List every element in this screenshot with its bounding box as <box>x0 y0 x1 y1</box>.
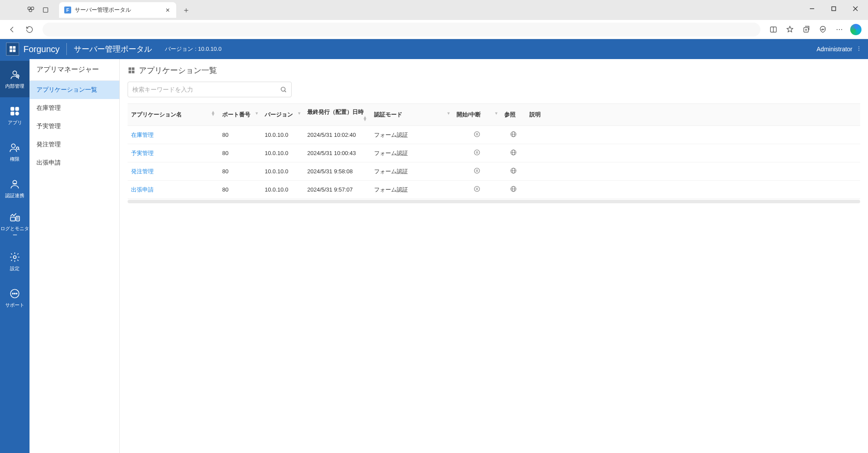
pause-icon[interactable] <box>473 132 480 139</box>
cell-description <box>526 181 860 199</box>
app-name-link[interactable]: 発注管理 <box>131 168 154 175</box>
svg-rect-19 <box>13 50 16 52</box>
window-close-icon[interactable] <box>845 2 865 16</box>
rail-label: ログとモニター <box>0 225 30 238</box>
nav-rail: 内部管理アプリ権限認証連携ログとモニター設定サポート <box>0 59 30 453</box>
pause-icon[interactable] <box>473 169 480 175</box>
cell-version: 10.0.10.0 <box>261 126 304 144</box>
svg-rect-44 <box>128 67 131 70</box>
filter-icon[interactable]: ▾ <box>298 111 300 116</box>
svg-rect-29 <box>10 112 14 116</box>
table-row: 予実管理8010.0.10.02024/5/31 10:00:43フォーム認証 <box>128 144 860 162</box>
user-menu-icon[interactable] <box>856 46 862 53</box>
filter-icon[interactable]: ▾ <box>447 111 450 116</box>
sort-icon[interactable]: ▲▼ <box>211 111 215 116</box>
current-user[interactable]: Administrator <box>817 46 852 53</box>
address-bar[interactable] <box>43 23 760 36</box>
cell-description <box>526 162 860 181</box>
app-name-link[interactable]: 予実管理 <box>131 150 154 156</box>
rail-item-log[interactable]: ログとモニター <box>0 207 30 243</box>
search-icon[interactable] <box>280 86 287 93</box>
rail-label: 設定 <box>10 265 20 272</box>
rail-label: 内部管理 <box>5 83 24 89</box>
sidebar-item-4[interactable]: 出張申請 <box>30 154 119 172</box>
cell-last-published: 2024/5/31 9:57:07 <box>304 181 371 199</box>
col-version[interactable]: バージョン▾ <box>261 104 304 126</box>
tab-close-icon[interactable]: ✕ <box>164 7 171 13</box>
rail-item-app[interactable]: アプリ <box>0 97 30 134</box>
svg-rect-46 <box>128 71 131 73</box>
cell-port: 80 <box>219 181 261 199</box>
svg-rect-18 <box>10 50 12 52</box>
sidebar-item-0[interactable]: アプリケーション一覧 <box>30 81 119 99</box>
sidebar-item-3[interactable]: 発注管理 <box>30 136 119 154</box>
page-title-text: アプリケーション一覧 <box>139 65 217 76</box>
cell-version: 10.0.10.0 <box>261 144 304 162</box>
svg-point-23 <box>13 71 17 75</box>
collections-icon[interactable] <box>799 22 814 37</box>
split-screen-icon[interactable] <box>766 22 781 37</box>
filter-icon[interactable]: ▾ <box>495 111 497 116</box>
cell-auth-mode: フォーム認証 <box>371 126 453 144</box>
svg-point-39 <box>13 255 16 258</box>
header-divider <box>66 43 67 55</box>
tab-strip: F サーバー管理ポータル ✕ ＋ <box>0 0 193 20</box>
search-box[interactable] <box>128 82 292 97</box>
rail-item-auth[interactable]: 認証連携 <box>0 170 30 207</box>
svg-point-14 <box>839 29 840 30</box>
tab-actions-icon[interactable] <box>38 3 53 17</box>
sidebar-item-1[interactable]: 在庫管理 <box>30 99 119 117</box>
svg-point-50 <box>474 132 480 137</box>
col-last-published[interactable]: 最終発行（配置）日時▲▼ <box>304 104 371 126</box>
search-input[interactable] <box>132 86 280 93</box>
side-nav-header: アプリマネージャー <box>30 59 119 81</box>
globe-icon[interactable] <box>510 132 517 139</box>
window-maximize-icon[interactable] <box>824 2 844 16</box>
copilot-icon[interactable] <box>848 22 864 37</box>
more-icon[interactable] <box>832 22 847 37</box>
globe-icon[interactable] <box>510 169 517 175</box>
nav-back-icon[interactable] <box>4 22 20 37</box>
svg-point-43 <box>16 293 17 294</box>
svg-point-62 <box>474 168 480 173</box>
nav-refresh-icon[interactable] <box>22 22 37 37</box>
rail-item-perm[interactable]: 権限 <box>0 134 30 170</box>
col-start-stop[interactable]: 開始/中断▾ <box>453 104 501 126</box>
col-auth-mode[interactable]: 認証モード▾ <box>371 104 453 126</box>
app-name-link[interactable]: 出張申請 <box>131 186 154 193</box>
window-minimize-icon[interactable] <box>802 2 822 16</box>
svg-line-33 <box>19 149 20 150</box>
rail-item-support[interactable]: サポート <box>0 280 30 316</box>
table-horizontal-scrollbar[interactable] <box>128 200 860 203</box>
cell-port: 80 <box>219 126 261 144</box>
filter-icon[interactable]: ▾ <box>256 111 258 116</box>
col-name[interactable]: アプリケーション名▲▼ <box>128 104 219 126</box>
rail-label: アプリ <box>8 119 22 126</box>
version-label: バージョン : 10.0.10.0 <box>165 45 221 53</box>
svg-rect-36 <box>16 216 20 221</box>
workspaces-icon[interactable] <box>23 3 38 17</box>
sort-icon[interactable]: ▲▼ <box>363 116 367 121</box>
pause-icon[interactable] <box>473 187 480 194</box>
col-port[interactable]: ポート番号▾ <box>219 104 261 126</box>
svg-point-20 <box>858 46 859 47</box>
performance-icon[interactable] <box>815 22 831 37</box>
app-name-link[interactable]: 在庫管理 <box>131 132 154 138</box>
globe-icon[interactable] <box>510 151 517 157</box>
svg-point-21 <box>858 48 859 49</box>
svg-rect-47 <box>132 71 135 73</box>
globe-icon[interactable] <box>510 187 517 194</box>
rail-item-internal[interactable]: 内部管理 <box>0 61 30 97</box>
browser-tab-active[interactable]: F サーバー管理ポータル ✕ <box>59 2 176 18</box>
svg-rect-3 <box>43 8 48 13</box>
new-tab-button[interactable]: ＋ <box>180 3 193 17</box>
app-header: Forguncy サーバー管理ポータル バージョン : 10.0.10.0 Ad… <box>0 39 868 59</box>
cell-description <box>526 126 860 144</box>
sidebar-item-2[interactable]: 予実管理 <box>30 117 119 136</box>
app-brand: Forguncy <box>23 44 59 54</box>
window-controls <box>802 2 865 16</box>
favorites-icon[interactable] <box>782 22 798 37</box>
pause-icon[interactable] <box>473 151 480 157</box>
cell-auth-mode: フォーム認証 <box>371 162 453 181</box>
rail-item-settings[interactable]: 設定 <box>0 243 30 280</box>
